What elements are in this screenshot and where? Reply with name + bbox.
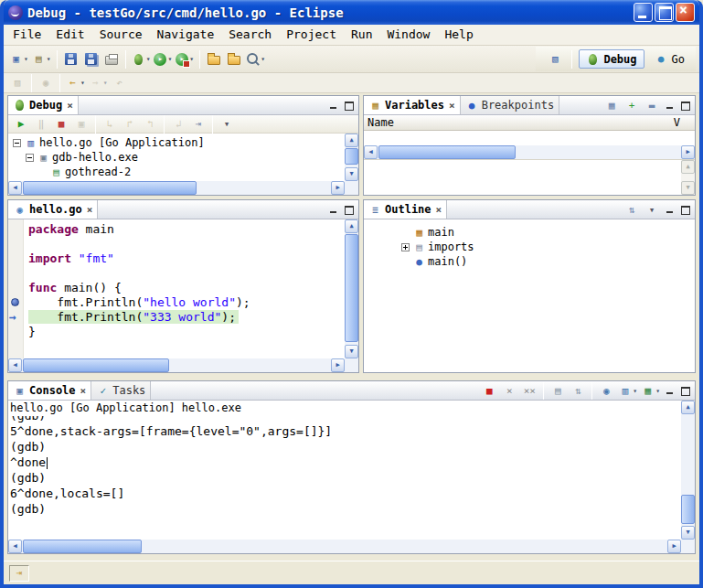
tree-item[interactable]: ●main() (399, 254, 695, 269)
maximize-view-button[interactable] (679, 205, 691, 215)
menu-edit[interactable]: Edit (48, 25, 91, 45)
scrollbar-thumb[interactable] (681, 495, 695, 524)
tab-outline[interactable]: ≡ Outline × (364, 200, 447, 219)
scroll-right-icon[interactable]: ▶ (681, 145, 695, 159)
scroll-down-icon[interactable]: ▼ (681, 526, 695, 540)
perspective-go-button[interactable]: ● Go (647, 49, 692, 69)
console-output[interactable]: (gdb)5^done,stack-args=[frame={level="0"… (8, 416, 681, 540)
variables-content[interactable] (364, 131, 695, 145)
scrollbar-thumb[interactable] (23, 358, 169, 372)
dropdown-arrow-icon[interactable]: ▾ (167, 55, 172, 63)
tree-item[interactable]: ▣gdb-hello.exe (10, 150, 345, 165)
scroll-right-icon[interactable]: ▶ (331, 181, 345, 195)
save-all-button[interactable] (81, 48, 101, 70)
mark-occurrences-button[interactable]: ▨ (7, 74, 27, 92)
save-button[interactable] (61, 48, 81, 70)
menu-help[interactable]: Help (437, 25, 480, 45)
tab-tasks[interactable]: ✓ Tasks (91, 381, 151, 400)
clear-console-button[interactable]: ▤ (548, 382, 568, 399)
print-button[interactable] (101, 48, 122, 70)
close-button[interactable]: × (676, 3, 695, 22)
tree-item[interactable]: ▤imports (399, 240, 695, 254)
minimize-view-button[interactable] (328, 205, 340, 215)
dropdown-arrow-icon[interactable]: ▾ (47, 55, 51, 63)
vertical-scrollbar[interactable]: ▲ ▼ (681, 401, 695, 540)
add-var-button[interactable]: + (622, 97, 642, 113)
maximize-view-button[interactable] (343, 101, 355, 111)
scrollbar-thumb[interactable] (345, 148, 358, 165)
code-line[interactable]: } (8, 325, 345, 339)
tab-close-icon[interactable]: × (449, 99, 455, 112)
code-line[interactable]: import "fmt" (8, 251, 345, 266)
dropdown-arrow-icon[interactable]: ▾ (655, 387, 660, 395)
tab-close-icon[interactable]: × (80, 384, 87, 398)
code-line[interactable]: fmt.Println("hello world"); (8, 295, 345, 310)
pin-console-button[interactable]: ◉ (596, 382, 616, 399)
scrollbar-thumb[interactable] (378, 145, 516, 159)
maximize-button[interactable] (655, 3, 674, 22)
fast-view-button[interactable]: ⇥ (9, 565, 29, 582)
scroll-left-icon[interactable]: ◀ (364, 145, 378, 159)
menu-source[interactable]: Source (92, 25, 150, 45)
horizontal-scrollbar[interactable]: ◀ ▶ (364, 145, 695, 159)
terminate-console-button[interactable]: ■ (479, 382, 499, 399)
scrollbar-thumb[interactable] (23, 540, 142, 553)
remove-launch-button[interactable]: × (499, 382, 519, 399)
vertical-scrollbar-disabled[interactable]: ▲ ▼ (681, 160, 695, 195)
scroll-left-icon[interactable]: ◀ (8, 540, 22, 553)
tab-breakpoints[interactable]: ● Breakpoints (461, 96, 559, 114)
scroll-down-icon[interactable]: ▼ (345, 167, 358, 181)
forward-button[interactable]: →▾ (87, 74, 110, 92)
horizontal-scrollbar[interactable]: ◀ ▶ (8, 540, 681, 553)
terminate-debug-button[interactable]: ■ (51, 113, 71, 135)
tab-close-icon[interactable]: × (87, 203, 93, 217)
maximize-view-button[interactable] (679, 101, 691, 111)
external-tools-button[interactable]: ▸▾ (174, 48, 196, 70)
tree-item[interactable]: ▤gothread-2 (10, 165, 345, 179)
perspective-debug-button[interactable]: Debug (579, 49, 644, 69)
step-over-button[interactable]: ↱ (120, 113, 140, 135)
dropdown-arrow-icon[interactable]: ▾ (146, 55, 151, 63)
tab-console[interactable]: ▣ Console × (8, 381, 91, 400)
code-line[interactable]: func main() { (8, 281, 345, 295)
open-resource-button[interactable] (224, 48, 244, 70)
pin-editor-button[interactable]: ◉ (36, 74, 56, 92)
step-return-button[interactable]: ↰ (140, 113, 160, 135)
scroll-right-icon[interactable]: ▶ (667, 540, 681, 553)
minimize-view-button[interactable] (665, 386, 676, 396)
disconnect-button[interactable]: ▣ (71, 113, 91, 135)
expander-plus-icon[interactable] (401, 243, 410, 251)
horizontal-scrollbar[interactable]: ◀ ▶ (8, 181, 345, 195)
tree-item[interactable]: ▦main (399, 225, 695, 240)
scroll-up-icon[interactable]: ▲ (681, 160, 695, 174)
step-filters-button[interactable]: ⇥ (188, 113, 208, 135)
code-line[interactable] (8, 266, 345, 281)
vertical-scrollbar[interactable]: ▲ ▼ (345, 134, 358, 181)
menu-search[interactable]: Search (221, 25, 279, 45)
code-line[interactable]: → fmt.Println("333 world"); (8, 310, 345, 325)
scrollbar-thumb[interactable] (23, 181, 197, 195)
suspend-button[interactable]: ‖ (31, 113, 51, 135)
expander-minus-icon[interactable] (13, 139, 21, 147)
search-button[interactable]: ▾ (244, 48, 267, 70)
scroll-left-icon[interactable]: ◀ (8, 358, 22, 372)
scroll-up-icon[interactable]: ▲ (681, 401, 695, 414)
dropdown-arrow-icon[interactable]: ▾ (103, 79, 108, 87)
remove-all-button[interactable]: ×× (519, 382, 539, 399)
vertical-scrollbar[interactable]: ▲ ▼ (345, 219, 358, 358)
menu-file[interactable]: File (5, 25, 48, 45)
scroll-up-icon[interactable]: ▲ (345, 219, 358, 233)
dropdown-arrow-icon[interactable]: ▾ (24, 55, 28, 63)
open-console-button[interactable]: ▦▾ (639, 382, 662, 399)
scroll-lock-button[interactable]: ⇅ (568, 382, 588, 399)
tab-debug[interactable]: Debug × (8, 96, 79, 114)
breakpoint-icon[interactable] (11, 298, 19, 306)
tab-close-icon[interactable]: × (67, 99, 73, 112)
tab-close-icon[interactable]: × (436, 203, 442, 217)
maximize-view-button[interactable] (679, 386, 691, 396)
minimize-view-button[interactable] (328, 101, 340, 111)
new-wizard-button[interactable]: ▣▾ (7, 48, 30, 70)
titlebar[interactable]: Debug - testGo/src/cmd/hello.go - Eclips… (4, 0, 699, 25)
show-logical-button[interactable]: ▦ (602, 97, 622, 113)
maximize-view-button[interactable] (343, 205, 355, 215)
